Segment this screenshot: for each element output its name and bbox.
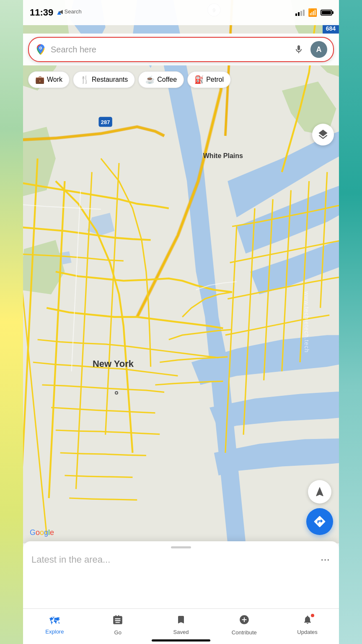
google-watermark: Google <box>30 528 54 537</box>
category-coffee[interactable]: ☕ Coffee <box>138 71 184 88</box>
category-restaurants[interactable]: 🍴 Restaurants <box>73 71 135 88</box>
home-indicator <box>152 639 210 641</box>
left-border <box>0 0 23 644</box>
directions-icon <box>313 515 326 528</box>
coffee-icon: ☕ <box>145 75 155 84</box>
layer-button[interactable] <box>312 124 334 145</box>
restaurants-label: Restaurants <box>92 76 128 83</box>
category-work[interactable]: 💼 Work <box>28 71 70 88</box>
category-petrol[interactable]: ⛽ Petrol <box>187 71 231 88</box>
avatar-button[interactable]: A <box>310 41 327 58</box>
coffee-label: Coffee <box>157 76 177 83</box>
nav-saved[interactable]: Saved <box>164 615 198 635</box>
category-pills: 💼 Work 🍴 Restaurants ☕ Coffee ⛽ Petrol <box>23 68 339 91</box>
sheet-title-row: Latest in the area... ⋯ <box>31 554 331 565</box>
search-bar[interactable]: Search here A <box>28 37 334 62</box>
go-label: Go <box>114 629 122 636</box>
bottom-sheet: Latest in the area... ⋯ <box>23 541 339 615</box>
contribute-label: Contribute <box>232 629 257 636</box>
status-icons: 📶 <box>295 8 332 17</box>
restaurants-icon: 🍴 <box>80 75 89 84</box>
google-o1: o <box>36 528 40 537</box>
status-time: 11:39 <box>30 7 53 18</box>
saved-label: Saved <box>173 629 189 635</box>
status-time-area: 11:39 ▲ <box>30 7 62 18</box>
back-label: ◀ Search <box>59 8 82 15</box>
right-border <box>339 0 362 644</box>
location-button[interactable] <box>308 480 331 504</box>
work-label: Work <box>47 76 62 83</box>
bottom-nav: 🗺 Explore Go Saved <box>23 608 339 644</box>
search-bar-container: Search here A <box>23 34 339 65</box>
wifi-icon: 📶 <box>308 8 317 17</box>
saved-icon <box>176 615 186 627</box>
mic-button[interactable] <box>291 42 306 57</box>
ny-dot <box>115 391 118 395</box>
google-g: G <box>30 528 36 537</box>
go-icon <box>112 614 123 628</box>
sheet-handle <box>171 546 191 548</box>
svg-text:684: 684 <box>326 25 336 32</box>
petrol-icon: ⛽ <box>194 75 204 84</box>
nav-go[interactable]: Go <box>101 614 134 636</box>
status-bar: 11:39 ▲ ◀ Search 📶 <box>23 0 339 25</box>
layers-icon <box>317 129 329 140</box>
search-placeholder[interactable]: Search here <box>51 45 287 55</box>
battery-icon <box>321 10 332 16</box>
watermark: www.techietech.tech <box>304 291 310 353</box>
sheet-more-button[interactable]: ⋯ <box>321 554 331 565</box>
petrol-label: Petrol <box>206 76 224 83</box>
directions-button[interactable] <box>306 508 333 535</box>
signal-icon <box>295 10 305 16</box>
main-content: 11:39 ▲ ◀ Search 📶 <box>23 0 339 644</box>
sheet-title: Latest in the area... <box>31 554 110 565</box>
nav-explore[interactable]: 🗺 Explore <box>38 615 71 635</box>
explore-label: Explore <box>45 628 64 635</box>
explore-icon: 🗺 <box>49 615 59 627</box>
nav-contribute[interactable]: Contribute <box>228 614 261 636</box>
google-o2: o <box>40 528 44 537</box>
contribute-icon <box>239 614 250 628</box>
svg-point-2 <box>40 47 41 49</box>
navigation-icon <box>314 486 326 498</box>
mic-icon <box>294 44 304 55</box>
nav-updates[interactable]: Updates <box>291 615 324 635</box>
google-g2: g <box>44 528 48 537</box>
updates-label: Updates <box>297 629 317 635</box>
avatar-initial: A <box>316 45 322 54</box>
updates-icon <box>303 615 313 627</box>
svg-text:287: 287 <box>101 119 110 125</box>
google-e: e <box>50 528 54 537</box>
work-icon: 💼 <box>35 75 44 84</box>
maps-pin-icon <box>35 44 47 55</box>
